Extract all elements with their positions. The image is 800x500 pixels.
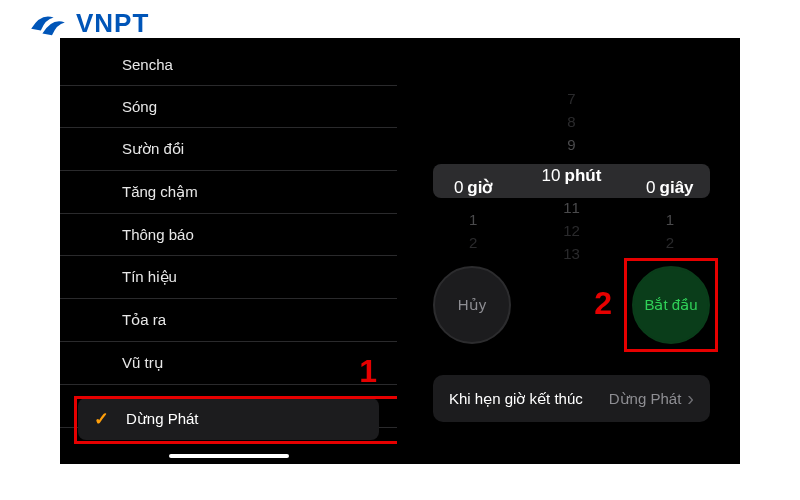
sound-list: Sencha Sóng Sườn đồi Tăng chậm Thông báo… <box>60 38 397 428</box>
selected-sound-label: Dừng Phát <box>126 410 199 428</box>
minutes-wheel[interactable]: 7 8 9 10 phút 11 12 13 <box>531 86 611 266</box>
sound-item-tangcham[interactable]: Tăng chậm <box>60 171 397 214</box>
timer-buttons: Hủy Bắt đầu <box>433 266 710 344</box>
sound-item-toara[interactable]: Tỏa ra <box>60 299 397 342</box>
sound-item-thongbao[interactable]: Thông báo <box>60 214 397 256</box>
timer-picker[interactable]: 0 giờ 1 2 7 8 9 10 phút 11 12 13 <box>433 86 710 266</box>
vnpt-swoosh-icon <box>28 9 68 39</box>
left-screen-sound-picker: Sencha Sóng Sườn đồi Tăng chậm Thông báo… <box>60 38 397 464</box>
annotation-number-1: 1 <box>359 353 377 390</box>
selected-sound-row[interactable]: ✓ Dừng Phát <box>78 398 379 440</box>
when-timer-ends-label: Khi hẹn giờ kết thúc <box>449 390 583 408</box>
hours-wheel[interactable]: 0 giờ 1 2 <box>433 86 513 266</box>
when-timer-ends-row[interactable]: Khi hẹn giờ kết thúc Dừng Phát <box>433 375 710 422</box>
check-icon: ✓ <box>94 408 109 430</box>
sound-item-sencha[interactable]: Sencha <box>60 44 397 86</box>
seconds-wheel[interactable]: 0 giây 1 2 <box>630 86 710 266</box>
annotation-number-2: 2 <box>594 285 612 322</box>
sound-item-song[interactable]: Sóng <box>60 86 397 128</box>
cancel-button[interactable]: Hủy <box>433 266 511 344</box>
right-screen-timer: 0 giờ 1 2 7 8 9 10 phút 11 12 13 <box>403 38 740 464</box>
logo-text: VNPT <box>76 8 149 39</box>
sound-item-tinhieu[interactable]: Tín hiệu <box>60 256 397 299</box>
screenshot-pair: Sencha Sóng Sườn đồi Tăng chậm Thông báo… <box>60 38 740 464</box>
sound-item-vutru[interactable]: Vũ trụ <box>60 342 397 385</box>
sound-item-suondoi[interactable]: Sườn đồi <box>60 128 397 171</box>
when-timer-ends-value: Dừng Phát <box>609 387 694 410</box>
vnpt-logo: VNPT <box>28 8 149 39</box>
home-indicator <box>169 454 289 458</box>
start-button[interactable]: Bắt đầu <box>632 266 710 344</box>
